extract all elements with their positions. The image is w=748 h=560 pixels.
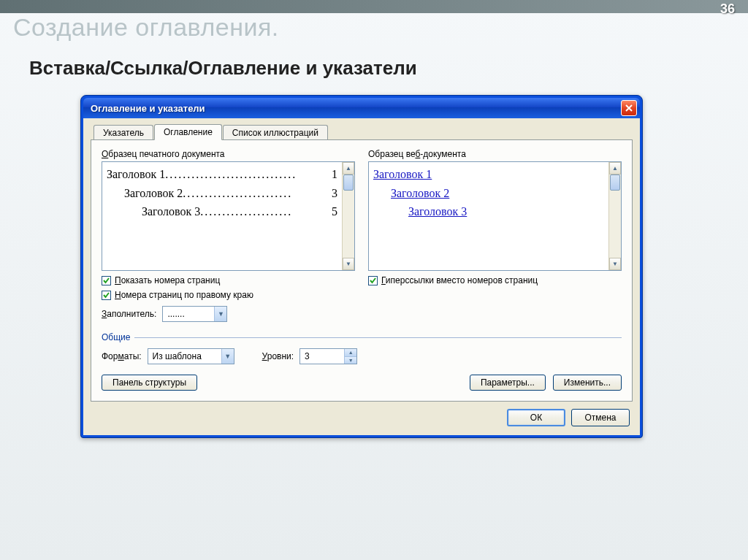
tab-toc[interactable]: Оглавление xyxy=(154,124,222,140)
show-page-numbers-row[interactable]: Показать номера страниц xyxy=(102,275,355,285)
leader-row: Заполнитель: ....... ▼ xyxy=(102,306,355,322)
web-link-2[interactable]: Заголовок 2 xyxy=(391,187,449,199)
dialog-body: Указатель Оглавление Список иллюстраций … xyxy=(83,118,640,435)
ok-button[interactable]: ОК xyxy=(507,409,565,426)
formats-label: Форматы: xyxy=(102,351,142,361)
titlebar[interactable]: Оглавление и указатели xyxy=(83,98,640,118)
checkbox-icon xyxy=(102,291,111,300)
scroll-up-icon[interactable]: ▲ xyxy=(609,162,621,174)
print-preview-content: Заголовок 1 ............................… xyxy=(102,162,342,270)
leader-combo[interactable]: ....... ▼ xyxy=(162,306,227,322)
slide-top-accent xyxy=(0,0,748,13)
toc-line-2: Заголовок 2 ......................... 3 xyxy=(107,184,337,203)
scroll-up-icon[interactable]: ▲ xyxy=(343,162,354,174)
slide-background: 36 Создание оглавления. Вставка/Ссылка/О… xyxy=(0,0,748,560)
dialog-window: Оглавление и указатели Указатель Оглавле… xyxy=(80,95,643,438)
dialog-footer: ОК Отмена xyxy=(91,402,633,428)
modify-button[interactable]: Изменить... xyxy=(553,375,622,391)
tab-index[interactable]: Указатель xyxy=(94,125,153,141)
slide-number: 36 xyxy=(720,1,735,17)
web-preview-label: Образец веб-документа xyxy=(368,149,622,159)
web-preview: Заголовок 1 Заголовок 2 Заголовок 3 ▲ ▼ xyxy=(368,161,622,271)
spinner-down-icon[interactable]: ▼ xyxy=(345,357,356,364)
right-align-numbers-label: Номера страниц по правому краю xyxy=(115,290,253,300)
formats-combo[interactable]: Из шаблона ▼ xyxy=(148,348,234,364)
chevron-down-icon: ▼ xyxy=(214,307,226,321)
hyperlinks-row[interactable]: Гиперссылки вместо номеров страниц xyxy=(368,275,622,285)
general-row: Форматы: Из шаблона ▼ Уровни: 3 ▲ ▼ xyxy=(102,348,622,364)
print-preview-scrollbar[interactable]: ▲ ▼ xyxy=(342,162,354,270)
spinner-up-icon[interactable]: ▲ xyxy=(345,349,356,357)
checkbox-icon xyxy=(368,276,378,285)
print-preview: Заголовок 1 ............................… xyxy=(102,161,355,271)
close-button[interactable] xyxy=(621,100,637,116)
right-align-numbers-row[interactable]: Номера страниц по правому краю xyxy=(102,290,355,300)
tabs: Указатель Оглавление Список иллюстраций xyxy=(91,124,633,140)
slide-title-faded: Создание оглавления. xyxy=(13,13,279,42)
scroll-down-icon[interactable]: ▼ xyxy=(609,258,621,270)
breadcrumb: Вставка/Ссылка/Оглавление и указатели xyxy=(29,57,417,80)
tab-figures[interactable]: Список иллюстраций xyxy=(223,125,328,141)
show-page-numbers-label: Показать номера страниц xyxy=(115,275,220,285)
chevron-down-icon: ▼ xyxy=(221,349,234,364)
scroll-down-icon[interactable]: ▼ xyxy=(343,258,354,270)
levels-spinner[interactable]: 3 ▲ ▼ xyxy=(299,348,357,364)
web-link-3[interactable]: Заголовок 3 xyxy=(408,205,467,218)
levels-label: Уровни: xyxy=(262,351,294,361)
cancel-button[interactable]: Отмена xyxy=(571,409,630,426)
tab-panel: Образец печатного документа Заголовок 1 … xyxy=(91,139,633,402)
web-preview-scrollbar[interactable]: ▲ ▼ xyxy=(608,162,621,270)
toc-line-3: Заголовок 3 ..................... 5 xyxy=(107,202,337,221)
dialog-title: Оглавление и указатели xyxy=(91,103,621,114)
print-preview-label: Образец печатного документа xyxy=(102,149,355,159)
hyperlinks-label: Гиперссылки вместо номеров страниц xyxy=(381,275,538,285)
web-link-1[interactable]: Заголовок 1 xyxy=(373,168,432,180)
general-group-label: Общие xyxy=(102,332,622,342)
outline-panel-button[interactable]: Панель структуры xyxy=(102,375,197,391)
web-preview-content: Заголовок 1 Заголовок 2 Заголовок 3 xyxy=(369,162,608,270)
options-button[interactable]: Параметры... xyxy=(470,375,546,391)
close-icon xyxy=(625,104,633,112)
checkbox-icon xyxy=(102,276,111,285)
toc-line-1: Заголовок 1 ............................… xyxy=(107,165,337,184)
leader-label: Заполнитель: xyxy=(102,309,156,319)
